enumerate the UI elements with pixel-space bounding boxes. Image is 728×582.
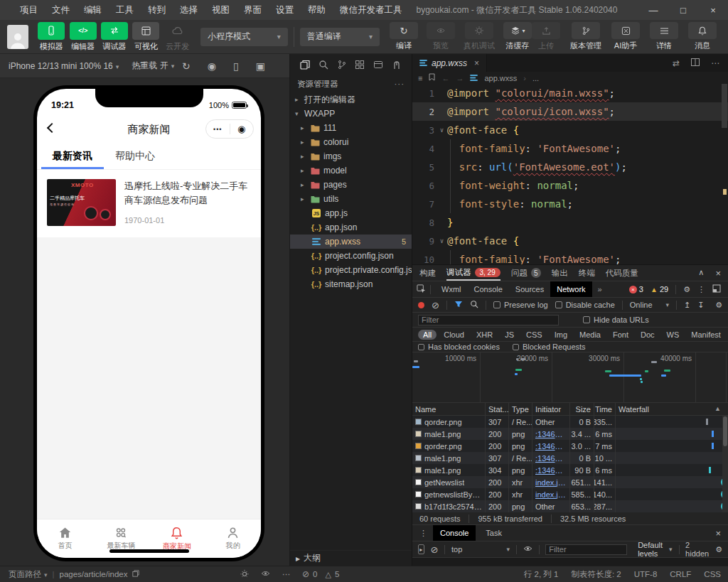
- status-item[interactable]: CSS: [704, 570, 721, 578]
- devtools-tab-sources[interactable]: Sources: [509, 281, 550, 297]
- tabbar-merchant-news[interactable]: 商家新闻: [149, 527, 205, 551]
- more-actions-icon[interactable]: ⋯: [711, 58, 719, 68]
- sort-asc-icon[interactable]: ▲: [714, 405, 721, 412]
- filter-pill-manifest[interactable]: Manifest: [686, 330, 726, 340]
- mode-select[interactable]: 小程序模式▾: [200, 28, 288, 46]
- eye-icon[interactable]: [523, 544, 532, 554]
- extensions-icon[interactable]: [355, 60, 365, 70]
- error-count[interactable]: ×3: [629, 285, 643, 293]
- dock-side-icon[interactable]: [712, 284, 721, 294]
- multi-window-icon[interactable]: ▣: [256, 60, 265, 72]
- network-request-row[interactable]: getnewslistByCat...200xhrindex.js:1585..…: [412, 488, 728, 500]
- blocked-requests-checkbox[interactable]: Blocked Requests: [513, 343, 586, 351]
- filter-funnel-icon[interactable]: [454, 300, 463, 310]
- hide-data-urls-checkbox[interactable]: Hide data URLs: [583, 316, 649, 324]
- kebab-menu-icon[interactable]: ⋮: [417, 529, 430, 538]
- more-tabs-icon[interactable]: »: [592, 285, 608, 293]
- status-item[interactable]: UTF-8: [634, 570, 658, 578]
- filter-pill-font[interactable]: Font: [608, 330, 633, 340]
- git-branch-icon[interactable]: [337, 60, 347, 70]
- eye-icon[interactable]: [261, 569, 270, 579]
- fold-icon[interactable]: ∨: [437, 237, 447, 244]
- warning-count[interactable]: ▲29: [651, 285, 668, 293]
- throttling-select[interactable]: Online▾: [630, 301, 669, 309]
- fold-icon[interactable]: ∨: [437, 126, 447, 134]
- initiator-link[interactable]: :13461/...: [535, 454, 567, 463]
- more-actions-icon[interactable]: ···: [395, 80, 405, 88]
- tabbar-mine[interactable]: 我的: [205, 527, 261, 551]
- code-line[interactable]: 7 font-style: normal;: [412, 195, 728, 213]
- tree-item[interactable]: app.wxss5: [290, 235, 412, 249]
- kebab-menu-icon[interactable]: ⋮: [697, 285, 705, 294]
- compile-button[interactable]: ↻ 编译: [390, 22, 418, 51]
- nav-forward-icon[interactable]: →: [456, 74, 464, 82]
- clear-console-icon[interactable]: ⊘: [431, 544, 439, 555]
- tree-item[interactable]: JSapp.js: [290, 206, 412, 220]
- grab-tool-icon[interactable]: [392, 60, 402, 70]
- tree-item[interactable]: ▾WXAPP: [290, 107, 412, 121]
- tree-item[interactable]: {..}sitemap.json: [290, 277, 412, 291]
- filter-pill-img[interactable]: Img: [550, 330, 572, 340]
- inspect-element-icon[interactable]: [417, 284, 426, 295]
- menu-item[interactable]: 视图: [205, 4, 237, 16]
- bookmark-icon[interactable]: [429, 73, 435, 82]
- tab-task[interactable]: Task: [478, 525, 509, 541]
- code-line[interactable]: 1@import "colorui/main.wxss";: [412, 84, 728, 102]
- tab-app-wxss[interactable]: app.wxss ×: [412, 54, 487, 72]
- ai-assistant-button[interactable]: AI助手: [611, 22, 640, 51]
- tab-latest-news[interactable]: 最新资讯: [41, 144, 104, 169]
- column-header-name[interactable]: Name: [412, 403, 485, 415]
- initiator-link[interactable]: index.js:1: [535, 478, 567, 487]
- filter-pill-css[interactable]: CSS: [521, 330, 547, 340]
- panel-tab-调试器[interactable]: 调试器3, 29: [446, 265, 500, 281]
- tab-console[interactable]: Console: [433, 525, 476, 541]
- devtools-tab-wxml[interactable]: Wxml: [435, 281, 468, 297]
- network-request-row[interactable]: male1.png200png:13461/i...3.4 ...6 ms: [412, 428, 728, 440]
- preview-window-icon[interactable]: [373, 60, 383, 70]
- tree-item[interactable]: ▸imgs: [290, 149, 412, 163]
- column-header-type[interactable]: Type: [508, 403, 532, 415]
- column-header-stat[interactable]: Stat...: [485, 403, 508, 415]
- import-har-icon[interactable]: ↥: [684, 301, 690, 310]
- table-scrollbar[interactable]: [722, 416, 728, 512]
- network-request-row[interactable]: male1.png304png:13461/i...90 B6 ms: [412, 464, 728, 476]
- network-request-row[interactable]: male1.png307/ Re...:13461/...0 B10 ...: [412, 452, 728, 464]
- cloud-dev-button[interactable]: 云开发: [162, 22, 193, 52]
- menu-item[interactable]: 文件: [45, 4, 77, 16]
- code-line[interactable]: 9∨@font-face {: [412, 232, 728, 250]
- breadcrumb-file[interactable]: app.wxss: [484, 74, 517, 82]
- settings-gear-icon[interactable]: ⚙: [683, 285, 690, 294]
- initiator-link[interactable]: :13461/i...: [535, 430, 567, 438]
- menu-item[interactable]: 转到: [141, 4, 173, 16]
- news-item[interactable]: XMOTO 二手精品摩托车 海量车源任你选 迅摩托上线啦-专业解决二手车商车源信…: [37, 170, 261, 237]
- tree-item[interactable]: {..}project.private.config.js...: [290, 263, 412, 277]
- panel-tab-输出[interactable]: 输出: [552, 265, 568, 281]
- tabbar-home[interactable]: 首页: [37, 527, 93, 551]
- editor-scrollbar[interactable]: [721, 84, 728, 264]
- eager-eval-icon[interactable]: ▸: [418, 544, 424, 554]
- problems-indicator[interactable]: ⊘ 0 △ 5: [302, 566, 339, 582]
- tree-item[interactable]: ▸colorui: [290, 135, 412, 149]
- messages-button[interactable]: 消息: [688, 22, 717, 51]
- hot-reload-toggle[interactable]: 热重载 开▾: [132, 60, 174, 72]
- copy-icon[interactable]: [132, 570, 139, 578]
- filter-pill-all[interactable]: All: [418, 330, 437, 340]
- upload-button[interactable]: 上传: [532, 22, 560, 51]
- code-line[interactable]: 4 font-family: 'FontAwesome';: [412, 139, 728, 158]
- visual-editor-button[interactable]: 可视化: [130, 22, 161, 52]
- files-icon[interactable]: [300, 60, 310, 70]
- tree-item[interactable]: ▸111: [290, 121, 412, 135]
- code-line[interactable]: 3∨@font-face {: [412, 121, 728, 139]
- network-settings-gear-icon[interactable]: ⚙: [715, 301, 722, 310]
- close-drawer-icon[interactable]: ×: [715, 528, 724, 539]
- compile-mode-select[interactable]: 普通编译▾: [300, 28, 380, 46]
- version-control-button[interactable]: 版本管理: [570, 22, 601, 51]
- record-network-icon[interactable]: [418, 302, 424, 308]
- more-actions-icon[interactable]: ⋯: [282, 569, 291, 579]
- code-line[interactable]: 10 font-family: 'FontAwesome';: [412, 250, 728, 264]
- network-filter-input[interactable]: [418, 315, 559, 325]
- network-request-row[interactable]: qorder.png307/ Re...Other0 B335...: [412, 416, 728, 428]
- initiator-link[interactable]: :13461/i...: [535, 442, 567, 451]
- back-icon[interactable]: [47, 123, 57, 133]
- menu-item[interactable]: 设置: [269, 4, 301, 16]
